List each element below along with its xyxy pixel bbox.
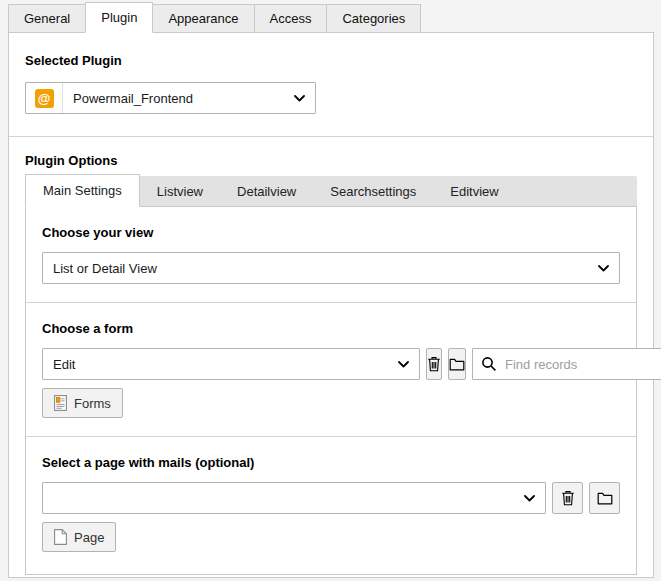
trash-icon xyxy=(427,356,441,372)
chevron-down-icon xyxy=(598,265,609,272)
trash-icon xyxy=(561,490,575,506)
select-page-section: Select a page with mails (optional) xyxy=(26,437,636,574)
choose-view-heading: Choose your view xyxy=(42,225,620,240)
selected-plugin-heading: Selected Plugin xyxy=(25,53,637,68)
page-select-row xyxy=(42,482,620,514)
form-select-row: Edit xyxy=(42,348,620,380)
form-record-icon xyxy=(54,395,67,411)
plugin-options-section: Plugin Options Main Settings Listview De… xyxy=(9,137,653,581)
page-button-label: Page xyxy=(74,530,104,545)
form-select[interactable]: Edit xyxy=(42,348,420,380)
folder-icon xyxy=(449,358,465,371)
delete-page-button[interactable] xyxy=(552,482,583,514)
plugin-icon-cell: @ xyxy=(26,83,63,113)
choose-view-section: Choose your view List or Detail View xyxy=(26,207,636,302)
choose-form-heading: Choose a form xyxy=(42,321,620,336)
delete-form-button[interactable] xyxy=(426,348,442,380)
subtab-main-settings[interactable]: Main Settings xyxy=(25,174,140,207)
find-records-input[interactable] xyxy=(505,350,661,378)
subtab-searchsettings[interactable]: Searchsettings xyxy=(313,177,433,206)
chevron-down-icon xyxy=(398,361,409,368)
chevron-down-icon xyxy=(524,495,535,502)
subtab-editview[interactable]: Editview xyxy=(433,177,515,206)
select-page-heading: Select a page with mails (optional) xyxy=(42,455,620,470)
tab-general[interactable]: General xyxy=(8,4,86,32)
page-icon xyxy=(54,529,67,545)
plugin-select-group: @ Powermail_Frontend xyxy=(25,82,316,114)
browse-page-button[interactable] xyxy=(589,482,620,514)
page-button[interactable]: Page xyxy=(42,522,116,552)
powermail-at-icon: @ xyxy=(35,89,54,108)
page-select[interactable] xyxy=(42,482,546,514)
search-icon xyxy=(473,356,505,372)
forms-button[interactable]: Forms xyxy=(42,388,123,418)
subtab-listview[interactable]: Listview xyxy=(140,177,220,206)
main-settings-panel: Choose your view List or Detail View Cho… xyxy=(25,206,637,575)
tab-appearance[interactable]: Appearance xyxy=(152,4,254,32)
forms-button-label: Forms xyxy=(74,396,111,411)
plugin-tab-panel: Selected Plugin @ Powermail_Frontend Plu… xyxy=(8,32,654,578)
plugin-options-subtabbar: Main Settings Listview Detailview Search… xyxy=(25,176,637,206)
folder-icon xyxy=(597,492,613,505)
tab-plugin[interactable]: Plugin xyxy=(85,2,153,33)
plugin-select[interactable]: Powermail_Frontend xyxy=(63,83,315,113)
view-select[interactable]: List or Detail View xyxy=(42,252,620,284)
view-select-value: List or Detail View xyxy=(53,261,590,276)
tab-categories[interactable]: Categories xyxy=(326,4,421,32)
selected-plugin-section: Selected Plugin @ Powermail_Frontend xyxy=(9,33,653,136)
browse-form-button[interactable] xyxy=(448,348,466,380)
chevron-down-icon xyxy=(294,95,305,102)
subtab-detailview[interactable]: Detailview xyxy=(220,177,313,206)
plugin-options-heading: Plugin Options xyxy=(25,153,637,168)
main-tabbar: General Plugin Appearance Access Categor… xyxy=(0,0,661,32)
choose-form-section: Choose a form Edit xyxy=(26,303,636,436)
form-select-value: Edit xyxy=(53,357,390,372)
tab-access[interactable]: Access xyxy=(254,4,328,32)
plugin-select-value: Powermail_Frontend xyxy=(73,91,286,106)
find-records-search xyxy=(472,348,661,380)
